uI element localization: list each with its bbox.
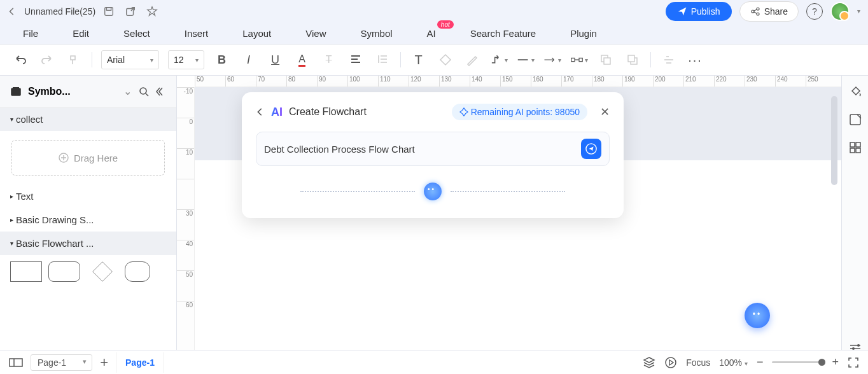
svg-rect-12 xyxy=(11,88,20,95)
pages-icon[interactable] xyxy=(9,357,23,368)
sidebar-section-basic-flowchart[interactable]: ▾ Basic Flowchart ... xyxy=(0,232,176,255)
share-button[interactable]: Share xyxy=(739,1,799,22)
bold-icon[interactable]: B xyxy=(213,51,231,69)
line-ends-icon[interactable]: ▾ xyxy=(570,51,588,69)
export-icon[interactable] xyxy=(125,6,136,17)
publish-button[interactable]: Publish xyxy=(666,2,732,21)
menu-edit[interactable]: Edit xyxy=(73,28,89,39)
ai-send-button[interactable] xyxy=(581,139,601,159)
align-objects-icon[interactable] xyxy=(660,51,678,69)
menu-plugin[interactable]: Plugin xyxy=(570,28,597,39)
svg-point-14 xyxy=(140,88,146,94)
zoom-out-button[interactable]: − xyxy=(757,356,764,369)
sidebar-section-text[interactable]: ▸ Text xyxy=(0,184,176,208)
back-icon[interactable] xyxy=(8,7,17,16)
format-painter-icon[interactable] xyxy=(65,51,83,69)
canvas-scrollbar-v[interactable] xyxy=(831,96,837,185)
font-size-select[interactable]: 12 ▾ xyxy=(168,50,204,69)
menu-search-feature[interactable]: Search Feature xyxy=(470,28,536,39)
file-name[interactable]: Unnamed File(25) xyxy=(24,6,95,17)
user-avatar[interactable] xyxy=(830,2,850,21)
ai-panel-title: Create Flowchart xyxy=(289,106,367,118)
line-spacing-icon[interactable] xyxy=(374,51,391,69)
send-back-icon[interactable] xyxy=(624,51,641,69)
italic-icon[interactable]: I xyxy=(240,51,258,69)
svg-rect-0 xyxy=(105,7,113,15)
collapse-sidebar-icon[interactable] xyxy=(156,87,166,97)
svg-rect-9 xyxy=(604,58,610,64)
sidebar-section-collect[interactable]: ▾ collect xyxy=(0,107,176,131)
menu-layout[interactable]: Layout xyxy=(242,28,271,39)
chevron-down-icon: ▾ xyxy=(150,57,153,64)
presentation-icon[interactable] xyxy=(664,356,677,369)
shape-palette xyxy=(0,255,176,288)
layers-icon[interactable] xyxy=(643,356,655,369)
save-icon[interactable] xyxy=(103,6,115,17)
line-style-icon[interactable]: ▾ xyxy=(517,51,535,69)
strikethrough-icon[interactable]: T xyxy=(320,51,338,69)
page-tab-active[interactable]: Page-1 xyxy=(116,352,164,373)
align-icon[interactable] xyxy=(347,51,365,69)
titlebar-right: Publish Share ? ▾ xyxy=(666,1,860,22)
shape-terminator[interactable] xyxy=(125,261,150,282)
menu-view[interactable]: View xyxy=(305,28,326,39)
ai-float-button[interactable] xyxy=(745,303,770,328)
font-color-icon[interactable]: A xyxy=(293,51,311,69)
sidebar-header: Symbo... ⌄ xyxy=(0,76,176,107)
loading-dots-left xyxy=(300,191,415,192)
focus-label[interactable]: Focus xyxy=(686,357,710,368)
zoom-value[interactable]: 100% ▾ xyxy=(719,357,748,368)
sidebar: Symbo... ⌄ ▾ collect Drag Here ▸ Text ▸ … xyxy=(0,76,177,362)
drag-here-area[interactable]: Drag Here xyxy=(11,140,165,176)
star-icon[interactable] xyxy=(146,6,158,17)
shape-rectangle[interactable] xyxy=(10,261,42,282)
fullscreen-icon[interactable] xyxy=(848,357,859,368)
caret-down-icon: ▾ xyxy=(10,116,13,123)
redo-icon[interactable] xyxy=(38,51,56,69)
zoom-in-button[interactable]: + xyxy=(832,356,839,369)
shape-rounded-rect[interactable] xyxy=(48,261,80,282)
grid-tool-icon[interactable] xyxy=(848,141,862,155)
insert-tool-icon[interactable] xyxy=(848,113,862,127)
ai-prompt-input[interactable] xyxy=(264,144,575,155)
page-select[interactable]: Page-1 xyxy=(31,354,92,371)
chevron-down-double-icon[interactable]: ⌄ xyxy=(123,85,132,97)
ai-input-row xyxy=(256,132,610,166)
page-tab-label: Page-1 xyxy=(125,357,155,368)
avatar-dropdown-caret[interactable]: ▾ xyxy=(857,8,860,15)
ai-logo-icon: AI xyxy=(271,106,283,119)
menu-insert[interactable]: Insert xyxy=(185,28,209,39)
bottom-bar-right: Focus 100% ▾ − + xyxy=(643,356,859,369)
bring-front-icon[interactable] xyxy=(597,51,615,69)
shape-diamond[interactable] xyxy=(92,261,113,282)
sidebar-section-basic-drawing[interactable]: ▸ Basic Drawing S... xyxy=(0,208,176,232)
basic-flowchart-label: Basic Flowchart ... xyxy=(16,238,94,249)
undo-icon[interactable] xyxy=(11,51,29,69)
connector-icon[interactable]: ▾ xyxy=(490,51,508,69)
font-select[interactable]: Arial ▾ xyxy=(101,50,159,69)
close-icon[interactable]: ✕ xyxy=(600,105,610,119)
help-icon[interactable]: ? xyxy=(806,3,823,20)
font-size: 12 xyxy=(174,55,184,65)
pen-tool-icon[interactable] xyxy=(463,51,481,69)
menu-symbol[interactable]: Symbol xyxy=(361,28,393,39)
arrow-style-icon[interactable]: ▾ xyxy=(543,51,561,69)
fill-tool-icon[interactable] xyxy=(848,85,862,99)
zoom-slider[interactable] xyxy=(772,361,823,363)
ai-points-badge[interactable]: Remaining AI points: 98050 xyxy=(452,104,587,120)
chevron-down-icon: ▾ xyxy=(195,57,199,64)
menu-ai-label: AI xyxy=(427,28,436,39)
more-icon[interactable]: ··· xyxy=(687,51,704,69)
toolbar-sep xyxy=(92,52,92,67)
menu-select[interactable]: Select xyxy=(123,28,150,39)
menu-file[interactable]: File xyxy=(23,28,38,39)
underline-icon[interactable]: U xyxy=(267,51,284,69)
add-page-button[interactable]: + xyxy=(100,354,108,371)
page-select-label: Page-1 xyxy=(38,357,66,368)
menu-ai[interactable]: AI hot xyxy=(427,28,436,39)
menu-bar: File Edit Select Insert Layout View Symb… xyxy=(0,22,868,44)
search-icon[interactable] xyxy=(138,86,150,97)
shape-tool-icon[interactable] xyxy=(437,51,454,69)
ai-back-icon[interactable] xyxy=(256,107,265,116)
text-tool-icon[interactable]: T xyxy=(410,51,428,69)
